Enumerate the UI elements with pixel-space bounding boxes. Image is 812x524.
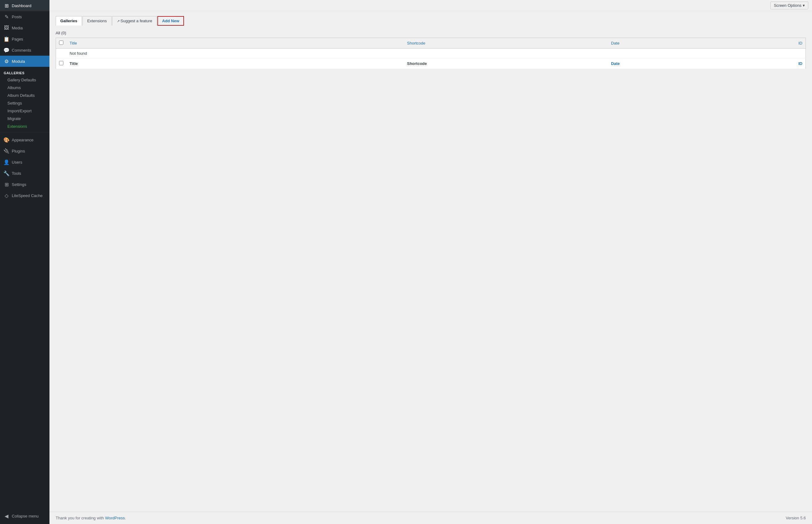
th-date[interactable]: Date: [608, 38, 725, 49]
sidebar-item-plugins[interactable]: 🔌 Plugins: [0, 145, 49, 157]
sidebar-sub-settings[interactable]: Settings: [0, 99, 49, 107]
table-row-not-found: Not found: [56, 49, 806, 59]
th-shortcode: Shortcode: [404, 38, 608, 49]
sidebar-sub-import-export[interactable]: Import/Export: [0, 107, 49, 115]
th-id[interactable]: ID: [725, 38, 806, 49]
filter-all-count: (0): [61, 31, 66, 35]
plugins-icon: 🔌: [4, 148, 9, 154]
th-title[interactable]: Title: [67, 38, 404, 49]
pages-icon: 📋: [4, 36, 9, 42]
tab-suggest-feature[interactable]: ↗Suggest a feature: [112, 16, 157, 26]
collapse-icon: ◀: [4, 513, 9, 519]
galleries-table: Title Shortcode Date ID Not found Title: [56, 38, 806, 69]
td-not-found: Not found: [67, 49, 806, 59]
sidebar-item-label: Dashboard: [12, 3, 32, 8]
select-all-checkbox[interactable]: [59, 40, 63, 45]
sidebar-sub-extensions[interactable]: Extensions: [0, 122, 49, 130]
sidebar-item-pages[interactable]: 📋 Pages: [0, 33, 49, 45]
topbar: Screen Options ▾: [49, 0, 812, 11]
sidebar-collapse-menu[interactable]: ◀ Collapse menu: [0, 510, 49, 522]
posts-icon: ✎: [4, 14, 9, 19]
footer-thank-you-text: Thank you for creating with: [56, 515, 104, 520]
litespeed-icon: ◇: [4, 193, 9, 198]
screen-options-label: Screen Options: [774, 3, 801, 8]
sidebar-item-tools[interactable]: 🔧 Tools: [0, 168, 49, 179]
sidebar-item-label: Plugins: [12, 149, 25, 153]
sidebar-item-label: Pages: [12, 37, 23, 42]
page-content: Galleries Extensions ↗Suggest a feature …: [49, 11, 812, 512]
sidebar-item-label: Tools: [12, 171, 21, 176]
sidebar-item-label: Users: [12, 160, 22, 165]
footer-version: Version 5.6: [786, 515, 806, 520]
sidebar-item-label: Comments: [12, 48, 31, 53]
sidebar-sub-album-defaults[interactable]: Album Defaults: [0, 92, 49, 99]
collapse-label: Collapse menu: [12, 514, 39, 519]
footer-wp-link[interactable]: WordPress: [105, 515, 125, 520]
tfoot-date[interactable]: Date: [608, 59, 725, 69]
screen-options-arrow: ▾: [803, 3, 805, 8]
sidebar: ⊞ Dashboard ✎ Posts 🖼 Media 📋 Pages 💬 Co…: [0, 0, 49, 524]
dashboard-icon: ⊞: [4, 3, 9, 9]
footer-thanks: Thank you for creating with WordPress.: [56, 515, 126, 520]
sidebar-item-label: Posts: [12, 15, 22, 19]
tools-icon: 🔧: [4, 170, 9, 176]
td-empty-checkbox: [56, 49, 67, 59]
tfoot-checkbox: [56, 59, 67, 69]
media-icon: 🖼: [4, 25, 9, 31]
sidebar-item-settings[interactable]: ⊞ Settings: [0, 179, 49, 190]
active-arrow: [48, 60, 51, 63]
sidebar-spacer: [0, 201, 49, 510]
tfoot-shortcode: Shortcode: [404, 59, 608, 69]
external-link-icon: ↗: [117, 19, 120, 23]
tab-extensions[interactable]: Extensions: [83, 16, 112, 26]
users-icon: 👤: [4, 159, 9, 165]
nav-tabs: Galleries Extensions ↗Suggest a feature …: [56, 16, 806, 26]
th-checkbox: [56, 38, 67, 49]
screen-options-button[interactable]: Screen Options ▾: [770, 2, 808, 9]
sidebar-item-dashboard[interactable]: ⊞ Dashboard: [0, 0, 49, 11]
table-body: Not found: [56, 49, 806, 59]
sidebar-item-label: Appearance: [12, 138, 33, 142]
tfoot-id[interactable]: ID: [725, 59, 806, 69]
settings-icon: ⊞: [4, 182, 9, 187]
tfoot-title[interactable]: Title: [67, 59, 404, 69]
sidebar-sub-albums[interactable]: Albums: [0, 84, 49, 92]
sidebar-item-label: Media: [12, 26, 22, 30]
tab-add-new[interactable]: Add New: [157, 16, 184, 26]
sidebar-item-comments[interactable]: 💬 Comments: [0, 45, 49, 56]
appearance-icon: 🎨: [4, 137, 9, 143]
comments-icon: 💬: [4, 47, 9, 53]
tab-galleries[interactable]: Galleries: [56, 16, 82, 26]
page-footer: Thank you for creating with WordPress. V…: [49, 512, 812, 524]
sidebar-item-users[interactable]: 👤 Users: [0, 157, 49, 168]
sidebar-item-litespeed[interactable]: ◇ LiteSpeed Cache: [0, 190, 49, 201]
table-header: Title Shortcode Date ID: [56, 38, 806, 49]
sidebar-item-label: Settings: [12, 182, 26, 187]
table-footer: Title Shortcode Date ID: [56, 59, 806, 69]
main-content: Screen Options ▾ Galleries Extensions ↗S…: [49, 0, 812, 524]
modula-icon: ⚙: [4, 59, 9, 64]
sidebar-item-appearance[interactable]: 🎨 Appearance: [0, 134, 49, 145]
sidebar-item-label: LiteSpeed Cache: [12, 193, 43, 198]
sidebar-divider: [0, 132, 49, 132]
select-all-footer-checkbox[interactable]: [59, 61, 63, 65]
filter-bar: All (0): [56, 31, 806, 35]
sidebar-item-modula[interactable]: ⚙ Modula: [0, 56, 49, 67]
sidebar-item-media[interactable]: 🖼 Media: [0, 22, 49, 33]
table-header-row: Title Shortcode Date ID: [56, 38, 806, 49]
table-footer-row: Title Shortcode Date ID: [56, 59, 806, 69]
galleries-section-label: Galleries: [0, 67, 49, 76]
sidebar-sub-migrate[interactable]: Migrate: [0, 115, 49, 122]
sidebar-sub-gallery-defaults[interactable]: Gallery Defaults: [0, 76, 49, 84]
filter-all-label: All: [56, 31, 60, 35]
sidebar-item-label: Modula: [12, 59, 25, 64]
sidebar-item-posts[interactable]: ✎ Posts: [0, 11, 49, 22]
